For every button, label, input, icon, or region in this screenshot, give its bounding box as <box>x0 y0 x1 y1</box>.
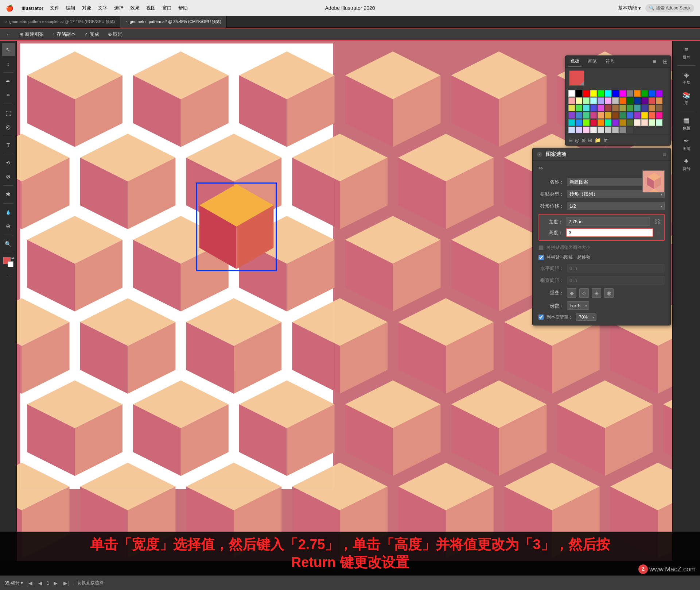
color-swatch-13[interactable] <box>568 97 575 104</box>
v-spacing-input[interactable] <box>567 276 665 285</box>
color-swatch-63[interactable] <box>649 119 655 126</box>
menu-object[interactable]: 对象 <box>82 5 92 11</box>
panel-menu-icon[interactable]: ≡ <box>653 58 656 65</box>
tool-direct-select[interactable]: ↕ <box>2 57 15 70</box>
workspace-selector[interactable]: 基本功能 ▾ <box>618 5 641 11</box>
overlap-btn-2[interactable]: ◇ <box>579 288 589 298</box>
color-swatch-46[interactable] <box>619 112 626 119</box>
menu-window[interactable]: 窗口 <box>162 5 172 11</box>
done-button[interactable]: ✓ 完成 <box>82 30 101 38</box>
color-swatch-41[interactable] <box>583 112 590 119</box>
color-swatch-25[interactable] <box>656 97 662 104</box>
save-copy-button[interactable]: + 存储副本 <box>50 30 78 38</box>
active-swatch[interactable] <box>569 70 584 86</box>
tool-zoom[interactable]: 🔍 <box>2 238 15 251</box>
color-swatch-47[interactable] <box>627 112 633 119</box>
color-swatch-5[interactable] <box>605 90 611 97</box>
overlap-btn-3[interactable]: ◈ <box>592 288 601 298</box>
color-swatch-44[interactable] <box>605 112 611 119</box>
overlap-btn-1[interactable]: ◆ <box>567 288 576 298</box>
layers-panel-btn[interactable]: ◈ 图层 <box>676 69 697 88</box>
color-swatch-58[interactable] <box>612 119 619 126</box>
new-color-group-icon[interactable]: ◎ <box>575 137 579 143</box>
libraries-icon[interactable]: 📁 <box>595 137 601 143</box>
tool-rectangle[interactable]: ⬚ <box>2 107 15 120</box>
menu-select[interactable]: 选择 <box>114 5 124 11</box>
color-swatch-24[interactable] <box>649 97 655 104</box>
tab-1[interactable]: × geometric-pattern.ai* @ 35.48% (CMYK/G… <box>120 16 227 28</box>
color-swatch-7[interactable] <box>619 90 626 97</box>
color-swatch-50[interactable] <box>649 112 655 119</box>
menu-edit[interactable]: 编辑 <box>66 5 75 11</box>
color-swatch-29[interactable] <box>590 105 597 111</box>
color-swatch-0[interactable] <box>568 90 575 97</box>
color-swatch-52[interactable] <box>568 119 575 126</box>
size-to-art-checkbox[interactable] <box>538 245 544 250</box>
nav-prev[interactable]: ◀ <box>37 579 44 587</box>
color-swatch-56[interactable] <box>598 119 604 126</box>
color-swatch-53[interactable] <box>576 119 582 126</box>
color-swatch-28[interactable] <box>583 105 590 111</box>
symbols-panel-btn[interactable]: ♣ 符号 <box>676 155 697 174</box>
color-swatch-49[interactable] <box>641 112 648 119</box>
move-with-art-checkbox[interactable] <box>538 255 544 260</box>
libraries-panel-btn[interactable]: 📚 库 <box>676 89 697 108</box>
swatch-options-icon[interactable]: ⊞ <box>588 137 592 143</box>
color-swatch-1[interactable] <box>576 90 582 97</box>
tool-blend[interactable]: ✱ <box>2 188 15 201</box>
color-swatch-27[interactable] <box>576 105 582 111</box>
color-swatch-42[interactable] <box>590 112 597 119</box>
color-swatch-21[interactable] <box>627 97 633 104</box>
color-swatch-18[interactable] <box>605 97 611 104</box>
color-swatch-43[interactable] <box>598 112 604 119</box>
color-swatch-14[interactable] <box>576 97 582 104</box>
color-swatch-70[interactable] <box>605 127 611 133</box>
options-menu-icon[interactable]: ≡ <box>663 151 666 158</box>
delete-swatch-icon[interactable]: 🗑 <box>603 137 608 143</box>
color-swatch-69[interactable] <box>598 127 604 133</box>
color-swatch-51[interactable] <box>656 112 662 119</box>
brushes-tab[interactable]: 画笔 <box>586 57 599 66</box>
color-swatch-32[interactable] <box>612 105 619 111</box>
tool-pencil[interactable]: ✏ <box>2 89 15 102</box>
tool-type[interactable]: T <box>2 138 15 151</box>
color-swatch-20[interactable] <box>619 97 626 104</box>
menu-illustrator[interactable]: Illustrator <box>22 5 43 11</box>
panel-close-button[interactable]: × <box>537 152 542 157</box>
symbols-tab[interactable]: 符号 <box>603 57 617 66</box>
color-swatch-68[interactable] <box>590 127 597 133</box>
color-swatch-35[interactable] <box>634 105 641 111</box>
color-swatch-34[interactable] <box>627 105 633 111</box>
width-input[interactable] <box>566 217 650 226</box>
color-swatch-12[interactable] <box>656 90 662 97</box>
dim-checkbox[interactable] <box>538 315 544 320</box>
back-button[interactable]: ← <box>4 31 13 38</box>
panel-grid-icon[interactable]: ⊞ <box>663 58 668 65</box>
new-pattern-button[interactable]: ⊞ 新建图案 <box>17 30 46 38</box>
color-swatch-22[interactable] <box>634 97 641 104</box>
tab-close-0[interactable]: × <box>5 20 7 24</box>
color-swatch-65[interactable] <box>568 127 575 133</box>
nav-last[interactable]: ▶| <box>62 579 70 587</box>
color-swatch-31[interactable] <box>605 105 611 111</box>
color-swatch-37[interactable] <box>649 105 655 111</box>
tool-more[interactable]: … <box>2 269 15 282</box>
color-swatch-60[interactable] <box>627 119 633 126</box>
color-swatch-57[interactable] <box>605 119 611 126</box>
sort-icon[interactable]: ⊟ <box>568 137 573 143</box>
color-swatch-59[interactable] <box>619 119 626 126</box>
cancel-button[interactable]: ⊗ 取消 <box>106 30 125 38</box>
color-swatch-23[interactable] <box>641 97 648 104</box>
color-swatch-67[interactable] <box>583 127 590 133</box>
menu-file[interactable]: 文件 <box>50 5 59 11</box>
color-swatch-36[interactable] <box>641 105 648 111</box>
tab-close-1[interactable]: × <box>125 20 128 24</box>
color-swatch-17[interactable] <box>598 97 604 104</box>
adobe-stock-search[interactable]: 🔍 搜索 Adobe Stock <box>645 4 694 12</box>
properties-panel-btn[interactable]: ≡ 属性 <box>676 44 697 62</box>
color-swatch-10[interactable] <box>641 90 648 97</box>
menu-text[interactable]: 文字 <box>98 5 108 11</box>
menu-help[interactable]: 帮助 <box>178 5 188 11</box>
h-spacing-input[interactable] <box>567 264 665 273</box>
menu-effect[interactable]: 效果 <box>130 5 140 11</box>
